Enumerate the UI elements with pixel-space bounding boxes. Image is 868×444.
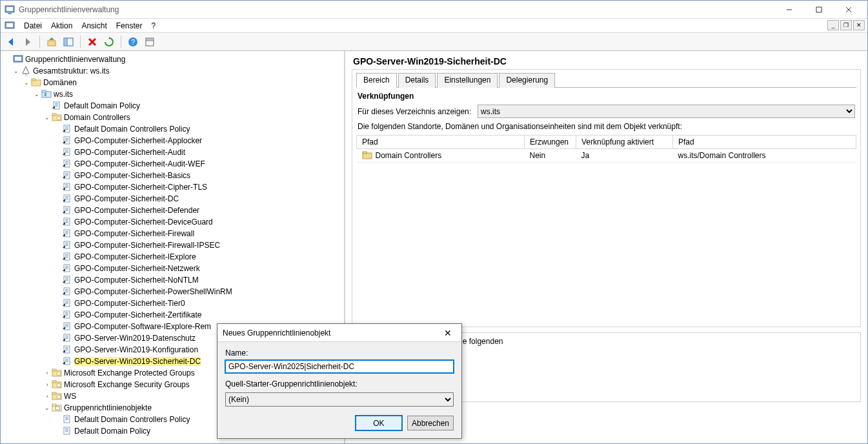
svg-rect-11 [48,41,56,46]
tree-gpo-link[interactable]: GPO-Computer-Sicherheit-Audit [3,146,344,158]
svg-rect-42 [65,126,68,127]
col-path2[interactable]: Pfad [673,136,856,149]
dialog-close-button[interactable]: ✕ [439,326,456,340]
tree-gpo-link[interactable]: GPO-Computer-Sicherheit-Basics [3,170,344,181]
display-location-select[interactable]: ws.its [478,105,855,118]
tree-gpo-link[interactable]: GPO-Computer-Sicherheit-Firewall-IPSEC [3,239,344,251]
menu-action[interactable]: Aktion [51,21,72,30]
links-table: Pfad Erzwungen Verknüpfung aktiviert Pfa… [356,135,856,163]
tree-gpo-link[interactable]: GPO-Computer-Sicherheit-PowerShellWinRM [3,286,344,298]
svg-rect-82 [65,219,68,220]
refresh-icon[interactable] [103,35,116,48]
window-title: Gruppenrichtlinienverwaltung [19,5,774,14]
tree-gpo-link[interactable]: GPO-Computer-Sicherheit-Defender [3,205,344,216]
tree-label: GPO-Server-Win2019-Datenschutz [74,334,196,343]
svg-rect-72 [65,196,68,197]
tree-domain[interactable]: ⌄ws.its [3,88,344,100]
tree-gpo-link[interactable]: GPO-Computer-Sicherheit-IExplore [3,251,344,263]
minimize-button[interactable] [774,1,804,18]
svg-rect-59 [65,164,68,165]
tree-twisty[interactable]: ⌄ [23,79,30,86]
tree-gpo-link[interactable]: GPO-Computer-Sicherheit-DC [3,193,344,205]
tree-gpo-link[interactable]: Default Domain Controllers Policy [3,123,344,135]
link-icon [62,205,72,216]
link-icon [62,217,72,227]
tree-twisty[interactable]: ⌄ [12,68,20,74]
tree-domains[interactable]: ⌄Domänen [3,77,344,88]
svg-rect-29 [32,79,35,81]
tree-gpo-link[interactable]: GPO-Computer-Sicherheit-Zertifikate [3,309,344,321]
svg-rect-139 [65,350,68,350]
tab-details[interactable]: Details [398,73,436,88]
close-button[interactable] [834,1,863,18]
tree-twisty[interactable]: › [43,393,51,399]
svg-rect-138 [65,348,68,349]
properties-icon[interactable] [143,35,156,48]
show-hide-tree[interactable] [62,35,75,48]
tree-twisty[interactable]: › [43,370,51,376]
svg-rect-79 [65,210,68,211]
tree-label: GPO-Computer-Sicherheit-Cipher-TLS [74,183,207,192]
col-enforced[interactable]: Erzwungen [525,136,576,149]
tree-root[interactable]: Gruppenrichtlinienverwaltung [3,54,344,65]
tree-gpo-link[interactable]: GPO-Computer-Sicherheit-DeviceGuard [3,216,344,228]
tree-label: GPO-Computer-Software-IExplore-Rem [74,322,211,331]
menu-file[interactable]: Datei [24,21,42,30]
tree-gpo-link[interactable]: GPO-Computer-Sicherheit-Firewall [3,228,344,239]
svg-rect-109 [65,280,68,281]
tree-label: GPO-Computer-Sicherheit-Basics [74,171,190,180]
menu-window[interactable]: Fenster [116,21,143,30]
svg-rect-159 [65,417,68,418]
svg-point-40 [57,116,61,120]
delete-icon[interactable] [86,35,99,48]
svg-rect-160 [65,418,68,419]
nav-back[interactable] [5,35,17,48]
tree-twisty[interactable]: ⌄ [43,405,51,411]
tree-gpo-link[interactable]: GPO-Computer-Sicherheit-Netzwerk [3,263,344,274]
tree-gpo-link[interactable]: GPO-Computer-Sicherheit-NoNTLM [3,274,344,286]
menu-view[interactable]: Ansicht [81,21,106,30]
svg-rect-118 [65,302,68,303]
tree-twisty[interactable]: ⌄ [43,114,51,121]
cancel-button[interactable]: Abbrechen [407,416,454,430]
maximize-button[interactable] [804,1,834,18]
nav-forward[interactable] [21,35,34,48]
col-path[interactable]: Pfad [357,136,525,149]
tree-gpo-link[interactable]: GPO-Computer-Sicherheit-Cipher-TLS [3,181,344,193]
link-icon [62,240,72,250]
svg-rect-87 [65,231,68,232]
mdi-close[interactable]: ✕ [853,20,865,30]
svg-rect-103 [65,267,68,268]
tree-gpo-link[interactable]: GPO-Computer-Sicherheit-Tier0 [3,298,344,309]
svg-rect-68 [65,186,68,187]
mdi-restore[interactable]: ❐ [840,20,852,30]
svg-rect-127 [65,324,68,325]
tree-label: Domänen [43,78,77,87]
gpo-name-input[interactable] [225,360,454,373]
tree-twisty[interactable]: ⌄ [33,91,41,97]
tree-domain-controllers[interactable]: ⌄Domain Controllers [3,112,344,123]
svg-rect-99 [65,257,68,257]
menu-help[interactable]: ? [151,21,156,30]
tab-settings[interactable]: Einstellungen [437,73,498,88]
col-enabled[interactable]: Verknüpfung aktiviert [576,136,673,149]
svg-rect-112 [65,289,68,290]
tree-default-domain-policy[interactable]: Default Domain Policy [3,100,344,112]
svg-rect-142 [65,359,68,359]
help-icon[interactable]: ? [126,35,139,48]
svg-rect-147 [52,369,56,371]
link-icon [62,182,72,192]
up-one-level[interactable] [45,35,58,48]
tree-gpo-link[interactable]: GPO-Computer-Sicherheit-Applocker [3,135,344,146]
svg-rect-39 [52,114,56,116]
tree-gpo-link[interactable]: GPO-Computer-Sicherheit-Audit-WEF [3,158,344,170]
tree-twisty[interactable]: › [43,381,51,388]
tab-delegation[interactable]: Delegierung [499,73,555,88]
starter-gpo-select[interactable]: (Kein) [225,392,454,407]
mdi-minimize[interactable]: _ [827,20,839,30]
tree-forest[interactable]: ⌄Gesamtstruktur: ws.its [3,65,344,77]
svg-rect-78 [65,209,68,210]
table-row[interactable]: Domain Controllers Nein Ja ws.its/Domain… [357,149,856,163]
tab-scope[interactable]: Bereich [356,73,397,88]
ok-button[interactable]: OK [356,416,402,430]
